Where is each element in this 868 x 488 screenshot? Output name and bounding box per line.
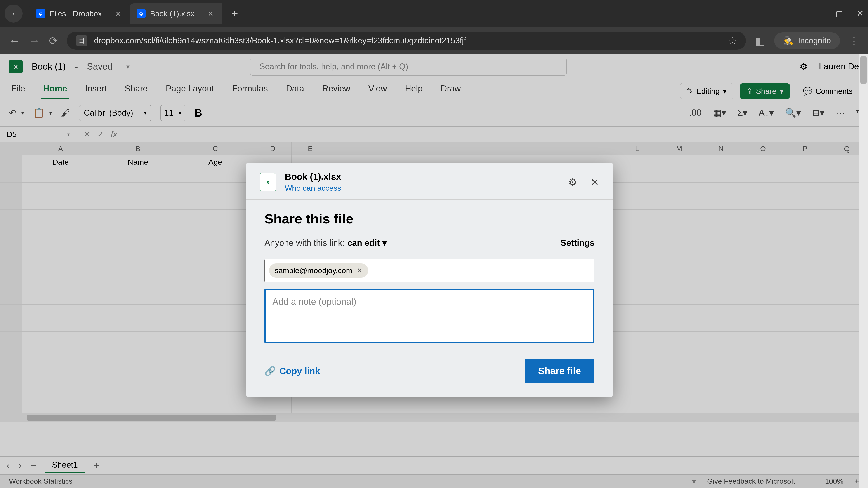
- cell[interactable]: [784, 196, 826, 209]
- cell[interactable]: [700, 399, 742, 413]
- ribbon-tab-page-layout[interactable]: Page Layout: [163, 79, 216, 99]
- cell[interactable]: [616, 372, 658, 386]
- editing-mode-button[interactable]: ✎ Editing ▾: [680, 83, 733, 99]
- ribbon-tab-draw[interactable]: Draw: [438, 79, 463, 99]
- font-family-select[interactable]: Calibri (Body) ▾: [79, 105, 151, 121]
- row-header[interactable]: [0, 318, 22, 331]
- cell[interactable]: [22, 359, 99, 372]
- select-all-corner[interactable]: [0, 142, 22, 155]
- cell[interactable]: [700, 345, 742, 359]
- cell[interactable]: [700, 196, 742, 209]
- cell[interactable]: [658, 372, 700, 386]
- cell[interactable]: [784, 237, 826, 250]
- scrollbar-thumb[interactable]: [860, 57, 867, 84]
- close-icon[interactable]: ✕: [591, 176, 599, 188]
- cell[interactable]: [742, 183, 784, 196]
- cell[interactable]: [784, 332, 826, 345]
- row-header[interactable]: [0, 304, 22, 318]
- cell[interactable]: [742, 156, 784, 169]
- cell[interactable]: [784, 278, 826, 291]
- row-header[interactable]: [0, 156, 22, 169]
- remove-chip-icon[interactable]: ✕: [357, 267, 363, 274]
- all-sheets-icon[interactable]: ≡: [31, 460, 36, 470]
- row-header[interactable]: [0, 332, 22, 345]
- cell[interactable]: [784, 210, 826, 223]
- cell[interactable]: [177, 223, 254, 236]
- ribbon-tab-view[interactable]: View: [366, 79, 389, 99]
- cell[interactable]: [658, 386, 700, 399]
- browser-tab-files[interactable]: ⬙ Files - Dropbox ×: [29, 3, 130, 24]
- column-header[interactable]: D: [254, 142, 291, 155]
- cell[interactable]: [22, 304, 99, 318]
- cell[interactable]: [99, 372, 177, 386]
- cell[interactable]: [177, 386, 254, 399]
- chevron-down-icon[interactable]: ▾: [49, 109, 52, 116]
- cell[interactable]: [22, 386, 99, 399]
- cell[interactable]: [616, 210, 658, 223]
- cell[interactable]: [22, 399, 99, 413]
- cell[interactable]: [616, 264, 658, 277]
- column-header[interactable]: [329, 142, 616, 155]
- row-header[interactable]: [0, 399, 22, 413]
- cell[interactable]: [700, 386, 742, 399]
- cell[interactable]: [658, 359, 700, 372]
- recipients-input[interactable]: sample@moodjoy.com ✕: [265, 259, 594, 282]
- formula-input[interactable]: [124, 127, 868, 142]
- cell[interactable]: [784, 386, 826, 399]
- chevron-down-icon[interactable]: ▾: [21, 109, 24, 116]
- ribbon-tab-share[interactable]: Share: [123, 79, 150, 99]
- cell[interactable]: [658, 196, 700, 209]
- status-dropdown-icon[interactable]: ▾: [692, 477, 696, 486]
- cell[interactable]: [99, 237, 177, 250]
- cell[interactable]: [742, 210, 784, 223]
- who-can-access-link[interactable]: Who can access: [285, 184, 341, 193]
- tab-search-button[interactable]: ▾: [4, 4, 23, 23]
- cell[interactable]: [700, 359, 742, 372]
- cell[interactable]: [742, 291, 784, 304]
- cell[interactable]: [22, 196, 99, 209]
- cell[interactable]: [616, 183, 658, 196]
- cell[interactable]: [700, 250, 742, 264]
- zoom-out-icon[interactable]: —: [806, 477, 813, 486]
- cell[interactable]: [700, 183, 742, 196]
- cell[interactable]: [177, 332, 254, 345]
- cell[interactable]: [784, 372, 826, 386]
- name-box[interactable]: D5 ▾: [0, 127, 77, 142]
- cell[interactable]: [177, 210, 254, 223]
- cancel-icon[interactable]: ✕: [84, 130, 90, 139]
- row-header[interactable]: [0, 386, 22, 399]
- close-icon[interactable]: ✕: [857, 9, 864, 18]
- row-header[interactable]: [0, 169, 22, 182]
- sheet-prev-icon[interactable]: ‹: [7, 460, 10, 470]
- site-info-icon[interactable]: ⇶: [76, 35, 87, 46]
- forward-button[interactable]: →: [29, 35, 40, 47]
- cell[interactable]: [784, 304, 826, 318]
- cell[interactable]: [99, 359, 177, 372]
- cell[interactable]: [616, 318, 658, 331]
- cell[interactable]: [99, 210, 177, 223]
- autosum-icon[interactable]: Σ▾: [737, 107, 747, 118]
- cell[interactable]: [616, 278, 658, 291]
- ribbon-tab-help[interactable]: Help: [403, 79, 425, 99]
- ribbon-tab-data[interactable]: Data: [284, 79, 306, 99]
- cell[interactable]: [700, 169, 742, 182]
- cell[interactable]: [616, 399, 658, 413]
- cell[interactable]: [291, 399, 329, 413]
- cell[interactable]: [784, 318, 826, 331]
- cell[interactable]: [784, 264, 826, 277]
- cell[interactable]: [22, 278, 99, 291]
- cell[interactable]: [616, 237, 658, 250]
- cell[interactable]: [22, 318, 99, 331]
- cell[interactable]: [784, 156, 826, 169]
- cell[interactable]: [177, 278, 254, 291]
- cell[interactable]: [177, 250, 254, 264]
- cell[interactable]: Name: [99, 156, 177, 169]
- cell[interactable]: [658, 223, 700, 236]
- cell[interactable]: [742, 237, 784, 250]
- cell[interactable]: [784, 250, 826, 264]
- bookmark-icon[interactable]: ☆: [728, 35, 737, 46]
- new-tab-button[interactable]: +: [231, 7, 238, 20]
- row-header[interactable]: [0, 278, 22, 291]
- cell[interactable]: [177, 169, 254, 182]
- cell[interactable]: [658, 345, 700, 359]
